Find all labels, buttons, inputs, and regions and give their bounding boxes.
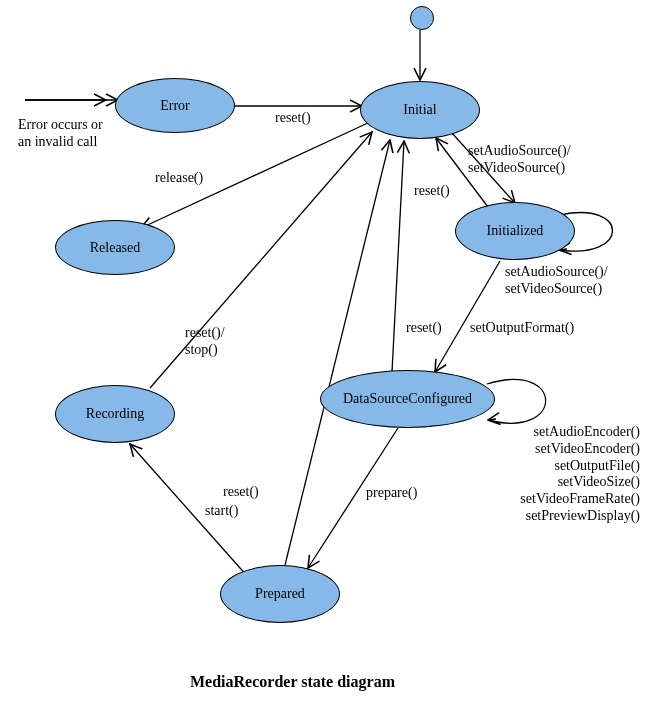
label-reset-ds-initial: reset(): [406, 320, 442, 337]
label-ds-self-l3: setOutputFile(): [554, 458, 640, 473]
svg-line-8: [435, 261, 500, 372]
label-release: release(): [155, 170, 203, 187]
label-initialized-self-l1: setAudioSource()/: [505, 264, 608, 279]
state-prepared-label: Prepared: [255, 586, 305, 602]
state-error: Error: [115, 78, 235, 133]
state-released: Released: [55, 220, 175, 275]
state-initialized: Initialized: [455, 202, 575, 260]
state-initialized-label: Initialized: [487, 223, 544, 239]
label-reset-prepared-initial: reset(): [223, 484, 259, 501]
state-recording: Recording: [55, 385, 175, 443]
state-datasource: DataSourceConfigured: [320, 370, 495, 428]
label-reset-stop: reset()/ stop(): [185, 325, 225, 359]
label-ds-self-l6: setPreviewDisplay(): [526, 508, 640, 523]
label-initialized-selfloop: setAudioSource()/ setVideoSource(): [505, 264, 608, 298]
label-reset-initialized-initial: reset(): [414, 183, 450, 200]
label-ds-self-l2: setVideoEncoder(): [535, 441, 640, 456]
svg-line-9: [392, 141, 404, 372]
label-prepare: prepare(): [366, 485, 417, 502]
start-state-icon: [410, 6, 434, 30]
label-ds-selfloop: setAudioEncoder() setVideoEncoder() setO…: [505, 424, 640, 525]
svg-line-10: [488, 419, 496, 420]
label-initialized-self-l2: setVideoSource(): [505, 281, 602, 296]
state-initial-label: Initial: [403, 102, 436, 118]
label-reset-stop-l2: stop(): [185, 342, 218, 357]
error-caption-line2: an invalid call: [18, 134, 97, 149]
state-recording-label: Recording: [86, 406, 144, 422]
state-error-label: Error: [160, 98, 190, 114]
state-released-label: Released: [90, 240, 141, 256]
state-initial: Initial: [360, 81, 480, 139]
label-setsource-l1: setAudioSource()/: [468, 143, 571, 158]
state-datasource-label: DataSourceConfigured: [343, 391, 472, 407]
label-reset-error-initial: reset(): [275, 110, 311, 127]
label-setsource-l2: setVideoSource(): [468, 160, 565, 175]
state-prepared: Prepared: [220, 565, 340, 623]
label-setsource-initial-initialized: setAudioSource()/ setVideoSource(): [468, 143, 571, 177]
state-diagram: Error Initial Released Initialized DataS…: [0, 0, 650, 721]
label-ds-self-l1: setAudioEncoder(): [533, 424, 640, 439]
label-ds-self-l5: setVideoFrameRate(): [520, 491, 640, 506]
diagram-title: MediaRecorder state diagram: [190, 673, 395, 691]
label-reset-stop-l1: reset()/: [185, 325, 225, 340]
label-ds-self-l4: setVideoSize(): [558, 474, 640, 489]
error-caption: Error occurs or an invalid call: [18, 117, 103, 151]
label-start: start(): [205, 503, 238, 520]
error-caption-line1: Error occurs or: [18, 117, 103, 132]
label-setoutputformat: setOutputFormat(): [470, 320, 574, 337]
